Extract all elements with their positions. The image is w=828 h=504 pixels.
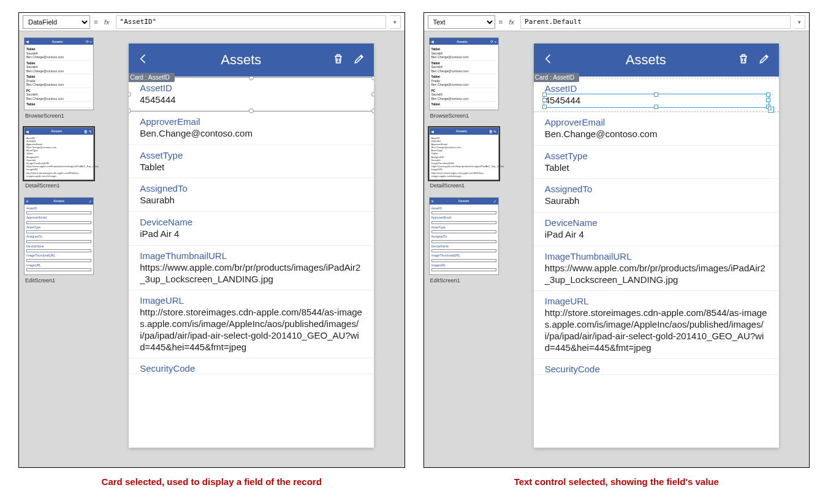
field-value: iPad Air 4	[545, 229, 768, 241]
card-securitycode[interactable]: SecurityCode	[534, 359, 779, 375]
trash-icon[interactable]	[332, 53, 344, 67]
field-label: DeviceName	[545, 217, 768, 228]
card-assettype[interactable]: AssetType Tablet	[534, 146, 779, 179]
workspace: ◀Assets⟳ + TabletSaurabhBen.Change@conto…	[424, 31, 810, 467]
property-select[interactable]: Text	[428, 15, 495, 29]
formula-bar: DataField = fx ▾	[19, 13, 405, 31]
field-label: AssetID	[140, 83, 363, 93]
card-assetid[interactable]: AssetID 4545444 A	[534, 78, 779, 112]
device-preview: Assets Card : AssetID AssetID 4545444 Ap…	[129, 43, 374, 448]
left-panel: DataField = fx ▾ ◀Assets⟳ + TabletSaurab…	[18, 12, 405, 468]
thumb-label-browse: BrowseScreen1	[430, 113, 499, 119]
field-label: AssetType	[140, 150, 363, 160]
fx-label: fx	[102, 18, 112, 26]
device-title: Assets	[150, 52, 332, 68]
selection-badge: Card : AssetID	[534, 73, 579, 82]
screens-panel: ◀Assets⟳ + TabletSaurabhBen.Change@conto…	[19, 31, 99, 467]
text-value: 4545444	[545, 95, 580, 105]
thumb-detail[interactable]: ◀Assets🗑 ✎ AssetID4545444ApproverEmailBe…	[429, 127, 499, 180]
captions-row: Card selected, used to display a field o…	[18, 468, 810, 487]
thumb-label-edit: EditScreen1	[25, 277, 94, 284]
edit-icon[interactable]	[353, 53, 365, 67]
thumb-edit[interactable]: ✕Assets✓ AssetID ApproverEmail AssetType…	[429, 197, 499, 276]
field-value-selected[interactable]: 4545444 A	[545, 95, 768, 107]
card-imageurl[interactable]: ImageURL http://store.storeimages.cdn-ap…	[129, 290, 374, 358]
field-value: Tablet	[545, 162, 768, 174]
card-imagethumbnailurl[interactable]: ImageThumbnailURL https://www.apple.com/…	[129, 246, 374, 291]
field-label: SecurityCode	[545, 364, 768, 374]
thumb-detail[interactable]: ◀Assets🗑 ✎ AssetID4545444ApproverEmailBe…	[24, 127, 94, 180]
thumb-label-detail: DetailScreen1	[430, 182, 499, 189]
card-assetid[interactable]: AssetID 4545444	[129, 78, 374, 111]
trash-icon[interactable]	[737, 53, 750, 67]
card-securitycode[interactable]: SecurityCode	[129, 358, 374, 374]
field-value: http://store.storeimages.cdn-apple.com/8…	[140, 307, 363, 353]
device-title: Assets	[555, 52, 737, 68]
formula-input[interactable]	[520, 15, 791, 29]
device-header: Assets Card : AssetID	[129, 43, 374, 77]
card-assignedto[interactable]: AssignedTo Saurabh	[129, 178, 374, 212]
comparison-row: DataField = fx ▾ ◀Assets⟳ + TabletSaurab…	[18, 12, 810, 468]
card-assettype[interactable]: AssetType Tablet	[129, 145, 374, 179]
card-devicename[interactable]: DeviceName iPad Air 4	[129, 212, 374, 246]
formula-expand-button[interactable]: ▾	[390, 15, 401, 29]
field-value: http://store.storeimages.cdn-apple.com/8…	[545, 307, 768, 353]
right-caption: Text control selected, showing the field…	[423, 476, 810, 487]
formula-expand-button[interactable]: ▾	[794, 15, 805, 29]
thumb-label-detail: DetailScreen1	[25, 182, 94, 189]
fields-container: AssetID 4545444 A	[534, 77, 779, 376]
formula-bar: Text = fx ▾	[424, 13, 810, 31]
card-approveremail[interactable]: ApproverEmail Ben.Change@contoso.com	[534, 112, 779, 146]
field-value: iPad Air 4	[140, 228, 363, 240]
edit-icon[interactable]	[758, 53, 770, 67]
field-label: ApproverEmail	[545, 117, 768, 127]
device-preview: Assets Card : AssetID AssetID 4545444	[534, 43, 779, 448]
field-value: Saurabh	[545, 195, 768, 207]
field-value: Ben.Change@contoso.com	[545, 129, 768, 140]
device-header: Assets Card : AssetID	[534, 43, 779, 77]
back-icon[interactable]	[542, 53, 555, 67]
field-label: AssignedTo	[545, 184, 768, 194]
field-label: AssetType	[545, 151, 768, 161]
card-imagethumbnailurl[interactable]: ImageThumbnailURL https://www.apple.com/…	[534, 246, 779, 291]
property-select[interactable]: DataField	[23, 15, 90, 29]
field-value: https://www.apple.com/br/pr/products/ima…	[140, 262, 363, 285]
formula-input[interactable]	[116, 15, 386, 29]
field-value: Ben.Change@contoso.com	[140, 128, 363, 140]
field-label: ImageThumbnailURL	[140, 250, 363, 261]
workspace: ◀Assets⟳ + TabletSaurabhBen.Change@conto…	[19, 31, 405, 467]
screens-panel: ◀Assets⟳ + TabletSaurabhBen.Change@conto…	[424, 31, 504, 467]
field-label: ImageURL	[545, 296, 768, 306]
field-label: ImageThumbnailURL	[545, 251, 768, 261]
thumb-label-browse: BrowseScreen1	[25, 113, 94, 119]
card-assignedto[interactable]: AssignedTo Saurabh	[534, 179, 779, 213]
fx-label: fx	[507, 18, 517, 26]
field-value: Saurabh	[140, 195, 363, 206]
thumb-label-edit: EditScreen1	[430, 277, 499, 284]
canvas[interactable]: Assets Card : AssetID AssetID 4545444 Ap…	[99, 31, 405, 467]
field-label: SecurityCode	[140, 363, 363, 374]
equals-label: =	[94, 18, 98, 26]
canvas[interactable]: Assets Card : AssetID AssetID 4545444	[504, 31, 810, 467]
selection-badge: Card : AssetID	[129, 73, 174, 82]
back-icon[interactable]	[137, 53, 150, 67]
equals-label: =	[499, 18, 503, 26]
field-label: ApproverEmail	[140, 116, 363, 127]
left-caption: Card selected, used to display a field o…	[18, 476, 405, 487]
right-panel: Text = fx ▾ ◀Assets⟳ + TabletSaurabhBen.…	[423, 12, 810, 468]
field-value: 4545444	[140, 94, 363, 106]
field-label: AssignedTo	[140, 183, 363, 194]
fields-container: AssetID 4545444 ApproverEmail Ben.Change…	[129, 77, 374, 375]
field-label: DeviceName	[140, 217, 363, 227]
field-value: https://www.apple.com/br/pr/products/ima…	[545, 263, 768, 286]
text-indicator-icon: A	[768, 107, 774, 113]
thumb-browse[interactable]: ◀Assets⟳ + TabletSaurabhBen.Change@conto…	[24, 37, 94, 110]
thumb-browse[interactable]: ◀Assets⟳ + TabletSaurabhBen.Change@conto…	[429, 37, 499, 110]
field-label: ImageURL	[140, 295, 363, 306]
field-value: Tablet	[140, 162, 363, 173]
card-imageurl[interactable]: ImageURL http://store.storeimages.cdn-ap…	[534, 291, 779, 359]
card-devicename[interactable]: DeviceName iPad Air 4	[534, 213, 779, 246]
card-approveremail[interactable]: ApproverEmail Ben.Change@contoso.com	[129, 111, 374, 145]
thumb-edit[interactable]: ✕Assets✓ AssetID ApproverEmail AssetType…	[24, 197, 94, 276]
